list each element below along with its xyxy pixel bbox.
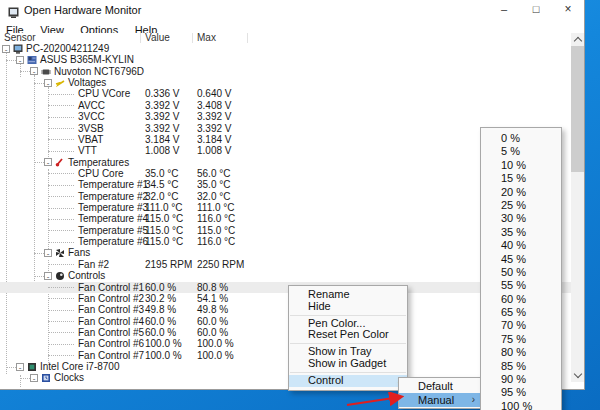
percent-option-75[interactable]: 75 % xyxy=(481,333,561,346)
menu-item-default[interactable]: Default xyxy=(399,379,481,393)
cpu-icon xyxy=(27,362,37,372)
tree-connector-line xyxy=(48,310,74,311)
title-bar[interactable]: Open Hardware Monitor – □ × xyxy=(0,0,584,20)
tree-connector-line xyxy=(34,253,44,254)
sensor-max: 100.0 % xyxy=(197,338,234,349)
tree-connector-line xyxy=(48,332,74,333)
sensor-max: 32.0 °C xyxy=(197,191,230,202)
menu-item-show-in-gadget[interactable]: Show in Gadget xyxy=(289,358,407,370)
tree-row-cpu-vcore[interactable]: CPU VCore0.336 V0.640 V xyxy=(0,88,571,99)
percent-option-40[interactable]: 40 % xyxy=(481,239,561,252)
percent-option-10[interactable]: 10 % xyxy=(481,159,561,172)
column-max[interactable]: Max xyxy=(197,33,216,43)
menu-item-control[interactable]: Control› xyxy=(289,375,407,387)
expander-icon[interactable]: - xyxy=(16,56,24,64)
sensor-label: 3VCC xyxy=(78,111,105,122)
expander-icon[interactable]: - xyxy=(44,79,52,87)
sensor-label: AVCC xyxy=(78,100,105,111)
scroll-down-icon[interactable] xyxy=(571,369,584,382)
expander-icon[interactable]: - xyxy=(16,363,24,371)
scrollbar-thumb[interactable] xyxy=(571,46,584,172)
percent-option-45[interactable]: 45 % xyxy=(481,253,561,266)
tree-connector-line xyxy=(48,117,74,118)
sensor-label: Fan Control #5 xyxy=(78,327,144,338)
percent-option-5[interactable]: 5 % xyxy=(481,145,561,158)
scroll-up-icon[interactable] xyxy=(571,33,584,46)
percent-option-55[interactable]: 55 % xyxy=(481,279,561,292)
expander-icon[interactable]: - xyxy=(44,158,52,166)
sensor-max: 116.0 °C xyxy=(197,213,235,224)
expander-icon[interactable]: - xyxy=(44,272,52,280)
tree-row-asus-b365m-kylin[interactable]: -ASUS B365M-KYLIN xyxy=(0,54,571,65)
percent-option-100[interactable]: 100 % xyxy=(481,400,561,410)
column-divider xyxy=(192,33,193,43)
percent-option-35[interactable]: 35 % xyxy=(481,226,561,239)
sensor-label: Temperature #5 xyxy=(78,225,148,236)
percent-option-30[interactable]: 30 % xyxy=(481,212,561,225)
percent-option-65[interactable]: 65 % xyxy=(481,306,561,319)
close-button[interactable]: × xyxy=(556,0,580,19)
menu-item-label: Pen Color... xyxy=(308,317,365,329)
maximize-button[interactable]: □ xyxy=(524,0,548,19)
tree-row-3vcc[interactable]: 3VCC3.392 V3.392 V xyxy=(0,111,571,122)
sensor-label: CPU VCore xyxy=(78,88,130,99)
tree-row-pc-202004211249[interactable]: -PC-202004211249 xyxy=(0,43,571,54)
tree-connector-line xyxy=(48,173,74,174)
menu-separator xyxy=(290,315,406,316)
column-sensor[interactable]: Sensor xyxy=(4,33,36,43)
vertical-scrollbar[interactable] xyxy=(571,33,584,382)
sensor-value: 111.0 °C xyxy=(145,202,183,213)
annotation-arrow xyxy=(342,392,414,410)
tree-connector-line xyxy=(48,208,74,209)
tree-row-nuvoton-nct6796d[interactable]: -Nuvoton NCT6796D xyxy=(0,66,571,77)
expander-icon[interactable]: - xyxy=(2,45,10,53)
percent-option-70[interactable]: 70 % xyxy=(481,319,561,332)
fan-icon xyxy=(55,248,65,258)
sensor-label: Temperature #2 xyxy=(78,191,148,202)
sensor-value: 100.0 % xyxy=(145,338,182,349)
clock-icon xyxy=(41,373,51,383)
tree-connector-line xyxy=(48,264,74,265)
sensor-label: Fan #2 xyxy=(78,259,109,270)
menu-item-reset-pen-color[interactable]: Reset Pen Color xyxy=(289,329,407,341)
expander-icon[interactable]: - xyxy=(44,249,52,257)
sensor-label: Fan Control #1 xyxy=(78,282,144,293)
expander-icon[interactable]: - xyxy=(30,374,38,382)
percent-option-80[interactable]: 80 % xyxy=(481,346,561,359)
percent-option-85[interactable]: 85 % xyxy=(481,360,561,373)
sensor-max: 3.184 V xyxy=(197,134,231,145)
submenu-arrow-icon: › xyxy=(472,393,475,407)
sensor-value: 49.8 % xyxy=(145,304,176,315)
sensor-max: 56.0 °C xyxy=(197,168,230,179)
tree-row-avcc[interactable]: AVCC3.392 V3.408 V xyxy=(0,100,571,111)
tree-connector-line xyxy=(48,321,74,322)
percent-option-15[interactable]: 15 % xyxy=(481,172,561,185)
sensor-max: 115.0 °C xyxy=(197,225,235,236)
tree-connector-line xyxy=(48,355,74,356)
column-value[interactable]: Value xyxy=(145,33,170,43)
sensor-value: 60.0 % xyxy=(145,327,176,338)
voltage-icon xyxy=(55,78,65,88)
menu-item-label: Hide xyxy=(308,300,331,312)
minimize-button[interactable]: – xyxy=(492,0,516,19)
percent-option-50[interactable]: 50 % xyxy=(481,266,561,279)
sensor-value: 35.0 °C xyxy=(145,168,178,179)
percent-option-90[interactable]: 90 % xyxy=(481,373,561,386)
percent-option-95[interactable]: 95 % xyxy=(481,386,561,399)
sensor-label: 3VSB xyxy=(78,123,104,134)
percent-option-0[interactable]: 0 % xyxy=(481,132,561,145)
sensor-label: Fan Control #7 xyxy=(78,350,144,361)
sensor-max: 111.0 °C xyxy=(197,202,235,213)
menu-item-hide[interactable]: Hide xyxy=(289,301,407,313)
tree-connector-line xyxy=(20,378,30,379)
sensor-label: Voltages xyxy=(68,77,106,88)
tree-row-voltages[interactable]: -Voltages xyxy=(0,77,571,88)
percent-option-25[interactable]: 25 % xyxy=(481,199,561,212)
percent-option-60[interactable]: 60 % xyxy=(481,293,561,306)
sensor-label: Temperature #3 xyxy=(78,202,148,213)
percent-option-20[interactable]: 20 % xyxy=(481,186,561,199)
menu-item-label: Reset Pen Color xyxy=(308,328,389,340)
expander-icon[interactable]: - xyxy=(30,67,38,75)
sensor-label: Fan Control #4 xyxy=(78,316,144,327)
menu-item-rename[interactable]: Rename xyxy=(289,289,407,301)
